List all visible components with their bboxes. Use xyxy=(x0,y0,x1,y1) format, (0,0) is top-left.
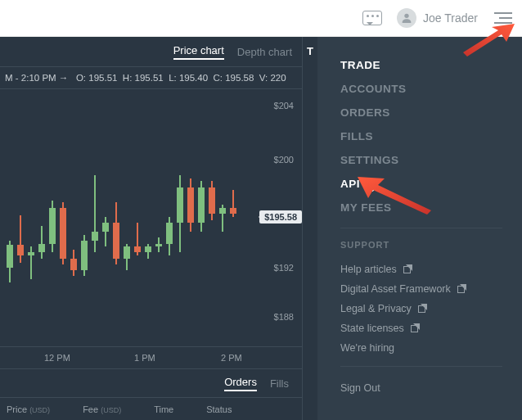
link-state-licenses[interactable]: State licenses xyxy=(340,318,522,338)
x-tick: 1 PM xyxy=(134,353,155,363)
tab-depth-chart[interactable]: Depth chart xyxy=(237,46,292,58)
y-tick: $192 xyxy=(274,263,294,273)
y-tick: $204 xyxy=(274,101,294,111)
o-val: 195.51 xyxy=(88,73,117,83)
time-span: M - 2:10 PM → xyxy=(5,73,68,83)
orders-header: Price (USD) Fee (USD) Time Status xyxy=(0,398,302,420)
menu-trade[interactable]: TRADE xyxy=(340,53,522,77)
cursor-icon: ⬉ xyxy=(365,178,376,194)
external-link-icon xyxy=(418,305,426,313)
x-axis: 12 PM 1 PM 2 PM xyxy=(0,347,302,369)
side-menu: TRADE ACCOUNTS ORDERS FILLS SETTINGS API… xyxy=(317,37,522,420)
svg-point-0 xyxy=(404,14,408,18)
y-tick: $200 xyxy=(274,155,294,165)
external-link-icon xyxy=(457,285,466,293)
c-val: 195.58 xyxy=(225,73,254,83)
app-body: Price chart Depth chart M - 2:10 PM → O:… xyxy=(0,37,522,420)
y-tick: $188 xyxy=(274,312,294,322)
x-tick: 2 PM xyxy=(221,353,242,363)
last-price-tag: $195.58 xyxy=(259,210,302,224)
h-val: 195.51 xyxy=(135,73,164,83)
external-link-icon xyxy=(411,324,419,332)
l-label: L: xyxy=(169,73,177,83)
menu-fills[interactable]: FILLS xyxy=(340,124,522,148)
link-help-articles[interactable]: Help articles xyxy=(340,260,522,279)
c-label: C: xyxy=(214,73,223,83)
external-link-icon xyxy=(403,265,412,273)
col-fee: Fee (USD) xyxy=(83,404,121,414)
h-label: H: xyxy=(123,73,133,83)
top-bar: Joe Trader xyxy=(0,0,522,37)
v-val: 220 xyxy=(270,73,286,83)
separator xyxy=(340,366,502,367)
username: Joe Trader xyxy=(423,11,478,25)
avatar[interactable] xyxy=(397,8,416,28)
o-label: O: xyxy=(76,73,86,83)
x-tick: 12 PM xyxy=(44,353,70,363)
v-label: V: xyxy=(259,73,268,83)
tab-orders[interactable]: Orders xyxy=(224,376,257,391)
trade-column-collapsed[interactable]: T xyxy=(302,37,317,420)
link-legal-privacy[interactable]: Legal & Privacy xyxy=(340,299,522,318)
link-sign-out[interactable]: Sign Out xyxy=(340,378,522,398)
link-were-hiring[interactable]: We're hiring xyxy=(340,338,522,358)
menu-icon[interactable] xyxy=(494,12,512,24)
menu-settings[interactable]: SETTINGS xyxy=(340,148,522,172)
orders-tabs: Orders Fills xyxy=(0,369,302,398)
menu-api[interactable]: API ⬉ xyxy=(340,172,522,196)
tab-fills[interactable]: Fills xyxy=(270,377,289,390)
tab-price-chart[interactable]: Price chart xyxy=(173,44,224,60)
col-price: Price (USD) xyxy=(7,404,50,414)
col-status: Status xyxy=(206,404,232,414)
chart-tabs: Price chart Depth chart xyxy=(0,37,302,67)
ohlc-readout: M - 2:10 PM → O: 195.51 H: 195.51 L: 195… xyxy=(0,67,302,89)
col-time: Time xyxy=(154,404,173,414)
candlestick-plot[interactable]: $204 $200 $196 $192 $188 $195.58 xyxy=(0,89,302,347)
link-digital-asset-framework[interactable]: Digital Asset Framework xyxy=(340,279,522,299)
menu-orders[interactable]: ORDERS xyxy=(340,101,522,124)
l-val: 195.40 xyxy=(179,73,208,83)
chart-area: Price chart Depth chart M - 2:10 PM → O:… xyxy=(0,37,302,420)
menu-my-fees[interactable]: MY FEES xyxy=(340,196,522,219)
chat-icon[interactable] xyxy=(362,11,382,25)
separator xyxy=(340,228,502,228)
support-heading: SUPPORT xyxy=(340,240,522,250)
menu-accounts[interactable]: ACCOUNTS xyxy=(340,77,522,101)
